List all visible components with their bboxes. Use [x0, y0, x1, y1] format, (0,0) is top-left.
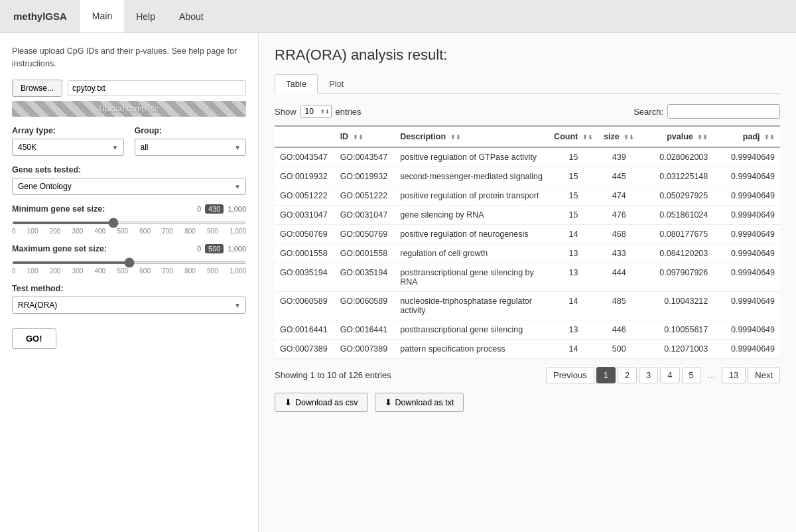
- cell-padj-1: 0.99940649: [713, 167, 780, 186]
- upload-progress-bar: Upload complete: [12, 101, 246, 117]
- file-name-input[interactable]: [68, 80, 246, 96]
- sort-icon-size: ⬆⬇: [624, 134, 634, 141]
- th-count[interactable]: Count ⬆⬇: [549, 126, 598, 147]
- cell-padj-7: 0.99940649: [713, 292, 780, 320]
- tab-plot[interactable]: Plot: [318, 74, 355, 94]
- sort-icon-desc: ⬆⬇: [450, 134, 461, 141]
- cell-row-id-8: GO:0016441: [275, 320, 335, 340]
- cell-pvalue-4: 0.080177675: [639, 225, 713, 244]
- array-group-row: Array type: 450K EPIC 27K Group: all BP …: [12, 126, 246, 156]
- sort-icon-count: ⬆⬇: [582, 134, 593, 141]
- nav-about[interactable]: About: [167, 0, 216, 33]
- download-csv-button[interactable]: ⬇ Download as csv: [275, 393, 368, 412]
- cell-count-4: 14: [549, 225, 598, 244]
- max-size-range-max: 1,000: [228, 245, 246, 253]
- cell-row-id-1: GO:0019932: [275, 167, 335, 186]
- cell-size-0: 439: [598, 147, 640, 167]
- cell-padj-9: 0.99940649: [713, 340, 780, 359]
- th-id[interactable]: ID ⬆⬇: [335, 126, 395, 147]
- array-type-select-wrap: 450K EPIC 27K: [12, 139, 124, 156]
- search-input[interactable]: [667, 104, 780, 119]
- cell-padj-6: 0.99940649: [713, 263, 780, 292]
- cell-padj-5: 0.99940649: [713, 244, 780, 263]
- array-type-select[interactable]: 450K EPIC 27K: [12, 139, 124, 156]
- download-csv-icon: ⬇: [285, 397, 292, 407]
- cell-id-0: GO:0043547: [335, 147, 395, 167]
- cell-pvalue-2: 0.050297925: [639, 186, 713, 206]
- page-3-button[interactable]: 3: [639, 367, 658, 383]
- cell-desc-9: pattern specification process: [395, 340, 549, 359]
- page-1-button[interactable]: 1: [596, 367, 616, 383]
- content-area: RRA(ORA) analysis result: Table Plot Sho…: [259, 33, 796, 532]
- entries-select[interactable]: 10 25 50 100: [300, 105, 332, 118]
- search-label: Search:: [633, 107, 663, 117]
- max-size-header: Maximum gene set size: 0 500 1,000: [12, 244, 246, 253]
- test-method-select[interactable]: RRA(ORA) RRA(GSEA) ORA GSEA: [12, 297, 246, 314]
- cell-padj-3: 0.99940649: [713, 206, 780, 225]
- group-select[interactable]: all BP CC MF: [135, 139, 247, 156]
- group-select-wrap: all BP CC MF: [135, 139, 247, 156]
- cell-size-6: 444: [598, 263, 640, 292]
- cell-id-8: GO:0016441: [335, 320, 395, 340]
- page-4-button[interactable]: 4: [660, 367, 679, 383]
- gene-sets-select[interactable]: Gene Ontology KEGG Reactome: [12, 178, 246, 195]
- page-2-button[interactable]: 2: [618, 367, 637, 383]
- table-header-row: ID ⬆⬇ Description ⬆⬇ Count ⬆⬇ size ⬆⬇ pv…: [275, 126, 780, 147]
- cell-count-6: 13: [549, 263, 598, 292]
- cell-desc-8: posttranscriptional gene silencing: [395, 320, 549, 340]
- cell-desc-7: nucleoside-triphosphatase regulator acti…: [395, 292, 549, 320]
- sort-icon-pvalue: ⬆⬇: [697, 134, 708, 141]
- cell-count-2: 15: [549, 186, 598, 206]
- cell-size-9: 500: [598, 340, 640, 359]
- min-size-range-max: 1,000: [228, 205, 246, 213]
- max-size-slider[interactable]: [12, 261, 246, 264]
- cell-id-2: GO:0051222: [335, 186, 395, 206]
- app-brand: methylGSA: [0, 0, 80, 33]
- cell-id-3: GO:0031047: [335, 206, 395, 225]
- cell-size-2: 474: [598, 186, 640, 206]
- previous-button[interactable]: Previous: [546, 367, 594, 383]
- th-row-id[interactable]: [275, 126, 335, 147]
- cell-size-4: 468: [598, 225, 640, 244]
- cell-count-9: 14: [549, 340, 598, 359]
- page-5-button[interactable]: 5: [682, 367, 701, 383]
- next-button[interactable]: Next: [748, 367, 780, 383]
- table-row: GO:0060589 GO:0060589 nucleoside-triphos…: [275, 292, 780, 320]
- gene-sets-select-wrap: Gene Ontology KEGG Reactome: [12, 178, 246, 195]
- pagination: Previous 1 2 3 4 5 … 13 Next: [546, 367, 780, 383]
- page-13-button[interactable]: 13: [722, 367, 746, 383]
- array-type-label: Array type:: [12, 126, 124, 135]
- th-pvalue[interactable]: pvalue ⬆⬇: [639, 126, 713, 147]
- table-row: GO:0019932 GO:0019932 second-messenger-m…: [275, 167, 780, 186]
- cell-id-4: GO:0050769: [335, 225, 395, 244]
- cell-id-5: GO:0001558: [335, 244, 395, 263]
- table-row: GO:0016441 GO:0016441 posttranscriptiona…: [275, 320, 780, 340]
- table-row: GO:0051222 GO:0051222 positive regulatio…: [275, 186, 780, 206]
- th-description[interactable]: Description ⬆⬇: [395, 126, 549, 147]
- cell-padj-4: 0.99940649: [713, 225, 780, 244]
- min-size-value: 430: [205, 204, 224, 214]
- nav-help[interactable]: Help: [124, 0, 167, 33]
- tab-table[interactable]: Table: [275, 74, 318, 94]
- nav-main[interactable]: Main: [80, 0, 124, 33]
- th-padj[interactable]: padj ⬆⬇: [713, 126, 780, 147]
- browse-button[interactable]: Browse...: [12, 80, 62, 97]
- download-txt-button[interactable]: ⬇ Download as txt: [375, 393, 464, 412]
- table-body: GO:0043547 GO:0043547 positive regulatio…: [275, 147, 780, 359]
- show-label: Show: [275, 107, 297, 117]
- table-controls-top: Show 10 25 50 100 entries Search:: [275, 104, 780, 119]
- go-button[interactable]: GO!: [12, 328, 56, 349]
- test-method-select-wrap: RRA(ORA) RRA(GSEA) ORA GSEA: [12, 297, 246, 314]
- cell-pvalue-5: 0.084120203: [639, 244, 713, 263]
- min-size-ticks: 0 100 200 300 400 500 600 700 800 900 1,…: [12, 228, 246, 235]
- min-size-slider[interactable]: [12, 222, 246, 224]
- download-csv-label: Download as csv: [295, 398, 358, 407]
- min-size-header: Minimum gene set size: 0 430 1,000: [12, 204, 246, 214]
- max-size-value: 500: [205, 244, 224, 253]
- cell-count-7: 14: [549, 292, 598, 320]
- search-area: Search:: [633, 104, 780, 119]
- cell-count-8: 13: [549, 320, 598, 340]
- th-size[interactable]: size ⬆⬇: [598, 126, 640, 147]
- cell-row-id-0: GO:0043547: [275, 147, 335, 167]
- table-row: GO:0050769 GO:0050769 positive regulatio…: [275, 225, 780, 244]
